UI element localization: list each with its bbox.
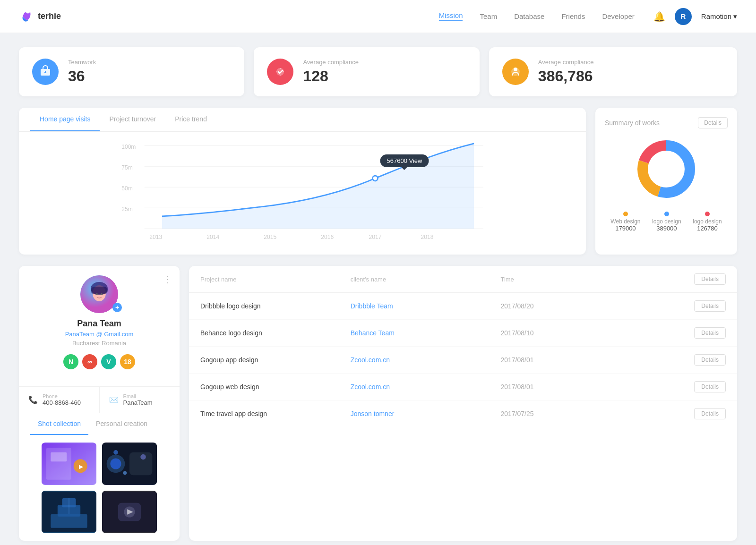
badge-v[interactable]: V	[101, 354, 116, 369]
stat-card-teamwork: Teamwork 36	[19, 47, 244, 96]
legend-dot-logodesign1	[664, 212, 669, 216]
avatar-add-icon[interactable]: +	[112, 303, 122, 312]
table-header: Project name client's name Time Details	[189, 266, 737, 293]
tab-home-page-visits[interactable]: Home page visits	[30, 108, 100, 131]
badge-18[interactable]: 18	[120, 354, 135, 369]
profile-card: ⋮	[19, 266, 180, 541]
compliance1-value: 128	[303, 68, 359, 85]
badge-infinity[interactable]: ∞	[82, 354, 97, 369]
nav-friends[interactable]: Friends	[561, 12, 585, 20]
bell-icon[interactable]: 🔔	[653, 11, 665, 22]
legend-label-logodesign2: logo design	[693, 218, 722, 225]
svg-text:100m: 100m	[121, 144, 136, 150]
row-details-button[interactable]: Details	[694, 327, 726, 339]
donut-chart	[605, 136, 728, 202]
row-details-button[interactable]: Details	[694, 354, 726, 366]
stat-cards: Teamwork 36 Average compliance 128 Avera…	[19, 47, 737, 96]
legend-value-logodesign2: 126780	[693, 225, 722, 232]
logo[interactable]: terhie	[19, 9, 61, 24]
compliance1-label: Average compliance	[303, 59, 359, 66]
stat-card-compliance2: Average compliance 386,786	[489, 47, 737, 96]
profile-avatar-wrap: +	[30, 275, 168, 313]
phone-icon: 📞	[28, 395, 38, 404]
profile-email[interactable]: PanaTeam @ Gmail.com	[30, 331, 168, 338]
cell-client[interactable]: Jonson tomner	[351, 410, 501, 417]
cell-time: 2017/08/01	[500, 356, 651, 364]
donut-header: Summary of works Details	[605, 117, 728, 128]
nav-right: 🔔 R Ramotion ▾	[653, 8, 737, 25]
compliance2-label: Average compliance	[538, 59, 594, 66]
nav-team[interactable]: Team	[480, 12, 497, 20]
svg-text:2015: 2015	[264, 234, 276, 240]
profile-badges: N ∞ V 18	[30, 354, 168, 369]
cell-action: Details	[651, 300, 726, 312]
cell-client[interactable]: Zcool.com.cn	[351, 383, 501, 391]
cell-action: Details	[651, 381, 726, 392]
legend-label-logodesign1: logo design	[652, 218, 681, 225]
donut-title: Summary of works	[605, 119, 660, 127]
cell-time: 2017/07/25	[500, 410, 651, 417]
chart-tabs: Home page visits Project turnover Price …	[19, 108, 586, 132]
table-row: Dribbble logo design Dribbble Team 2017/…	[189, 293, 737, 320]
compliance1-info: Average compliance 128	[303, 59, 359, 85]
table-row: Time travel app design Jonson tomner 201…	[189, 400, 737, 427]
svg-text:25m: 25m	[121, 206, 133, 213]
tab-shot-collection[interactable]: Shot collection	[30, 413, 88, 435]
svg-point-13	[373, 176, 378, 181]
logo-text: terhie	[38, 11, 61, 21]
shot-2[interactable]	[102, 443, 157, 485]
main-content: Teamwork 36 Average compliance 128 Avera…	[0, 33, 756, 545]
shot-1[interactable]: ▶	[42, 443, 96, 485]
col-time: Time	[500, 276, 651, 283]
tab-personal-creation[interactable]: Personal creation	[88, 413, 155, 435]
email-icon: ✉️	[109, 395, 119, 404]
table-card: Project name client's name Time Details …	[189, 266, 737, 541]
profile-tabs-section: Shot collection Personal creation ▶	[19, 413, 180, 541]
svg-point-1	[276, 68, 284, 76]
cell-client[interactable]: Zcool.com.cn	[351, 356, 501, 364]
svg-text:2014: 2014	[206, 234, 219, 240]
phone-contact: 📞 Phone 400-8868-460	[19, 387, 100, 413]
tooltip-value: 567600 View	[387, 157, 422, 164]
cell-project: Behance logo design	[200, 329, 351, 337]
table-details-header-button[interactable]: Details	[694, 273, 726, 285]
phone-label: Phone	[43, 393, 81, 399]
profile-name: Pana Team	[30, 319, 168, 329]
cell-time: 2017/08/01	[500, 383, 651, 391]
tab-price-trend[interactable]: Price trend	[165, 108, 216, 131]
chart-tooltip: 567600 View	[380, 154, 429, 167]
cell-project: Dribbble logo design	[200, 302, 351, 310]
shot-3[interactable]	[42, 491, 96, 533]
profile-location: Bucharest Romania	[30, 340, 168, 347]
shot-4[interactable]	[102, 491, 157, 533]
compliance2-icon	[502, 59, 529, 85]
svg-text:2018: 2018	[421, 234, 434, 240]
row-details-button[interactable]: Details	[694, 300, 726, 312]
nav-developer[interactable]: Developer	[602, 12, 634, 20]
tab-project-turnover[interactable]: Project turnover	[100, 108, 165, 131]
user-name[interactable]: Ramotion ▾	[701, 12, 737, 21]
email-contact: ✉️ Email PanaTeam	[100, 387, 180, 413]
user-avatar: R	[675, 8, 692, 25]
nav-mission[interactable]: Mission	[439, 11, 463, 21]
row-details-button[interactable]: Details	[694, 408, 726, 419]
donut-details-button[interactable]: Details	[698, 117, 728, 128]
legend-webdesign: Web design 179000	[610, 212, 640, 232]
col-action-header: Details	[651, 273, 726, 285]
svg-text:2016: 2016	[321, 234, 334, 240]
nav-database[interactable]: Database	[514, 12, 544, 20]
col-project-name: Project name	[200, 276, 351, 283]
svg-text:2013: 2013	[149, 234, 162, 240]
row-details-button[interactable]: Details	[694, 381, 726, 392]
profile-tabs-row: Shot collection Personal creation	[30, 413, 168, 435]
svg-point-39	[123, 471, 127, 475]
svg-point-3	[514, 68, 517, 71]
table-row: Gogoup web design Zcool.com.cn 2017/08/0…	[189, 374, 737, 400]
cell-client[interactable]: Dribbble Team	[351, 302, 501, 310]
cell-client[interactable]: Behance Team	[351, 329, 501, 337]
col-client-name: client's name	[351, 276, 501, 283]
svg-text:2017: 2017	[369, 234, 382, 240]
cell-time: 2017/08/10	[500, 329, 651, 337]
email-label: Email	[123, 393, 153, 399]
badge-n[interactable]: N	[63, 354, 78, 369]
